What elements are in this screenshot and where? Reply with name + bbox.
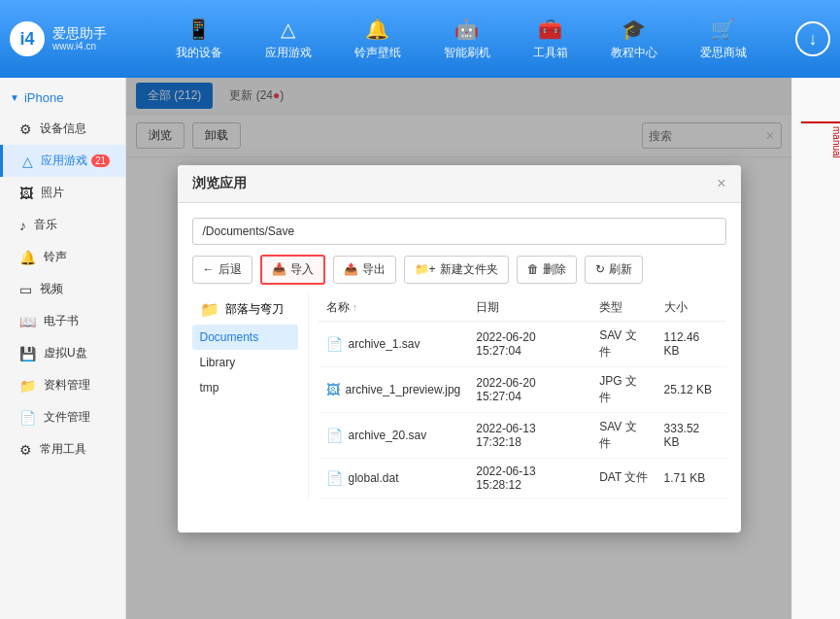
back-button[interactable]: ← 后退 <box>192 256 252 284</box>
table-row[interactable]: 📄 archive_20.sav 2022-06-13 17:32:18 SAV… <box>319 412 726 458</box>
folder-icon: 📁 <box>200 300 219 319</box>
col-name: 名称 ↑ <box>319 294 469 322</box>
modal-content-area: 📁 部落与弯刀 Documents Library tmp <box>192 294 726 499</box>
sidebar-item-doc-mgr[interactable]: 📄 文件管理 <box>0 401 125 433</box>
sidebar-item-apps[interactable]: △ 应用游戏 21 <box>0 145 125 177</box>
sidebar-photos-label: 照片 <box>41 185 64 201</box>
nav-ringtone[interactable]: 🔔 铃声壁纸 <box>343 10 413 69</box>
file-date: 2022-06-13 15:28:12 <box>468 458 591 498</box>
file-type-icon: 📄 <box>326 428 343 443</box>
export-button[interactable]: 📤 导出 <box>333 256 396 284</box>
file-date: 2022-06-13 17:32:18 <box>468 412 591 458</box>
sidebar-item-video[interactable]: ▭ 视频 <box>0 273 125 305</box>
documents-label: Documents <box>200 330 259 344</box>
download-button[interactable]: ↓ <box>795 21 830 56</box>
sidebar-tools-label: 常用工具 <box>40 441 86 458</box>
sidebar-vdisk-label: 虚拟U盘 <box>44 345 87 361</box>
modal-path-display: /Documents/Save <box>192 218 726 245</box>
sidebar: ▼ iPhone ⚙ 设备信息 △ 应用游戏 21 🖼 照片 ♪ 音乐 🔔 铃声… <box>0 78 126 619</box>
library-label: Library <box>200 356 236 369</box>
sidebar-library[interactable]: Library <box>192 350 298 375</box>
logo-char: i4 <box>19 29 34 50</box>
ebook-icon: 📖 <box>19 314 36 329</box>
file-mgr-icon: 📁 <box>19 378 36 394</box>
sidebar-ringtone-label: 铃声 <box>44 249 67 265</box>
sidebar-iphone-header[interactable]: ▼ iPhone <box>0 83 125 113</box>
nav-ai[interactable]: 🤖 智能刷机 <box>432 10 502 69</box>
export-icon: 📤 <box>344 262 358 276</box>
file-type: SAV 文件 <box>591 412 655 458</box>
col-date: 日期 <box>468 294 591 322</box>
sidebar-item-ebook[interactable]: 📖 电子书 <box>0 305 125 337</box>
sidebar-ebook-label: 电子书 <box>44 313 79 329</box>
sidebar-item-ringtone[interactable]: 🔔 铃声 <box>0 241 125 273</box>
file-type-icon: 📄 <box>326 336 343 352</box>
file-name-cell: 🖼 archive_1_preview.jpg <box>319 366 469 412</box>
sidebar-item-music[interactable]: ♪ 音乐 <box>0 209 125 241</box>
sidebar-apps-label: 应用游戏 <box>41 153 87 169</box>
nav-device[interactable]: 📱 我的设备 <box>164 10 234 69</box>
modal-overlay: 浏览应用 × /Documents/Save ← 后退 📥 导入 <box>126 78 791 619</box>
file-size: 25.12 KB <box>656 366 726 412</box>
sidebar-video-label: 视频 <box>40 281 63 297</box>
modal-body: /Documents/Save ← 后退 📥 导入 📤 导出 <box>178 203 741 513</box>
nav-apps[interactable]: △ 应用游戏 <box>253 10 323 69</box>
ai-icon: 🤖 <box>454 17 479 41</box>
nav-store[interactable]: 🛒 爱思商城 <box>689 10 758 69</box>
apps-icon: △ <box>281 17 295 41</box>
nav-tutorial[interactable]: 🎓 教程中心 <box>599 10 669 69</box>
sidebar-file-mgr-label: 资料管理 <box>44 377 90 394</box>
file-type: SAV 文件 <box>591 321 655 366</box>
refresh-button[interactable]: ↻ 刷新 <box>585 256 643 284</box>
file-list-area: 名称 ↑ 日期 类型 大小 <box>309 294 726 499</box>
file-name: archive_20.sav <box>349 429 427 442</box>
store-icon: 🛒 <box>711 17 735 41</box>
sidebar-item-photos[interactable]: 🖼 照片 <box>0 177 125 209</box>
file-date: 2022-06-20 15:27:04 <box>468 366 591 412</box>
nav-tutorial-label: 教程中心 <box>611 45 657 61</box>
table-row[interactable]: 🖼 archive_1_preview.jpg 2022-06-20 15:27… <box>319 366 726 412</box>
file-name-cell: 📄 global.dat <box>319 458 469 498</box>
file-table-body: 📄 archive_1.sav 2022-06-20 15:27:04 SAV … <box>319 321 726 498</box>
file-name: archive_1_preview.jpg <box>346 383 461 396</box>
ringtone-icon: 🔔 <box>365 17 389 41</box>
file-sidebar: 📁 部落与弯刀 Documents Library tmp <box>192 294 309 499</box>
apps-sidebar-icon: △ <box>22 154 33 169</box>
logo-appname: 爱思助手 <box>52 25 107 42</box>
table-row[interactable]: 📄 archive_1.sav 2022-06-20 15:27:04 SAV … <box>319 321 726 366</box>
logo: i4 爱思助手 www.i4.cn <box>10 21 126 56</box>
file-size: 333.52 KB <box>656 412 726 458</box>
sidebar-tmp[interactable]: tmp <box>192 375 298 400</box>
file-name: global.dat <box>349 471 399 485</box>
table-row[interactable]: 📄 global.dat 2022-06-13 15:28:12 DAT 文件 … <box>319 458 726 498</box>
right-panel-line <box>801 121 840 123</box>
col-type: 类型 <box>591 294 655 322</box>
folder-main-item[interactable]: 📁 部落与弯刀 <box>192 294 298 325</box>
doc-mgr-icon: 📄 <box>19 410 36 426</box>
back-icon: ← <box>203 262 215 276</box>
modal-close-button[interactable]: × <box>717 175 725 192</box>
file-date: 2022-06-20 15:27:04 <box>468 321 591 366</box>
video-icon: ▭ <box>19 282 32 297</box>
nav-tools[interactable]: 🧰 工具箱 <box>521 10 580 69</box>
logo-url: www.i4.cn <box>52 41 107 52</box>
sidebar-documents[interactable]: Documents <box>192 325 298 350</box>
sidebar-item-tools[interactable]: ⚙ 常用工具 <box>0 433 125 465</box>
import-icon: 📥 <box>272 262 286 276</box>
file-type: JPG 文件 <box>591 366 655 412</box>
new-folder-icon: 📁+ <box>415 262 436 276</box>
new-folder-button[interactable]: 📁+ 新建文件夹 <box>404 256 509 284</box>
file-table-header: 名称 ↑ 日期 类型 大小 <box>319 294 726 322</box>
import-button[interactable]: 📥 导入 <box>260 255 325 285</box>
sidebar-item-vdisk[interactable]: 💾 虚拟U盘 <box>0 337 125 369</box>
music-icon: ♪ <box>19 218 26 233</box>
sidebar-doc-mgr-label: 文件管理 <box>44 409 90 426</box>
sidebar-item-device-info[interactable]: ⚙ 设备信息 <box>0 113 125 145</box>
modal-title: 浏览应用 <box>192 175 247 192</box>
sidebar-item-file-mgr[interactable]: 📁 资料管理 <box>0 369 125 401</box>
new-folder-label: 新建文件夹 <box>440 261 498 278</box>
ringtone-sidebar-icon: 🔔 <box>19 250 36 265</box>
delete-button[interactable]: 🗑 删除 <box>517 256 577 284</box>
apps-badge: 21 <box>91 155 110 167</box>
file-name-cell: 📄 archive_20.sav <box>319 412 469 458</box>
